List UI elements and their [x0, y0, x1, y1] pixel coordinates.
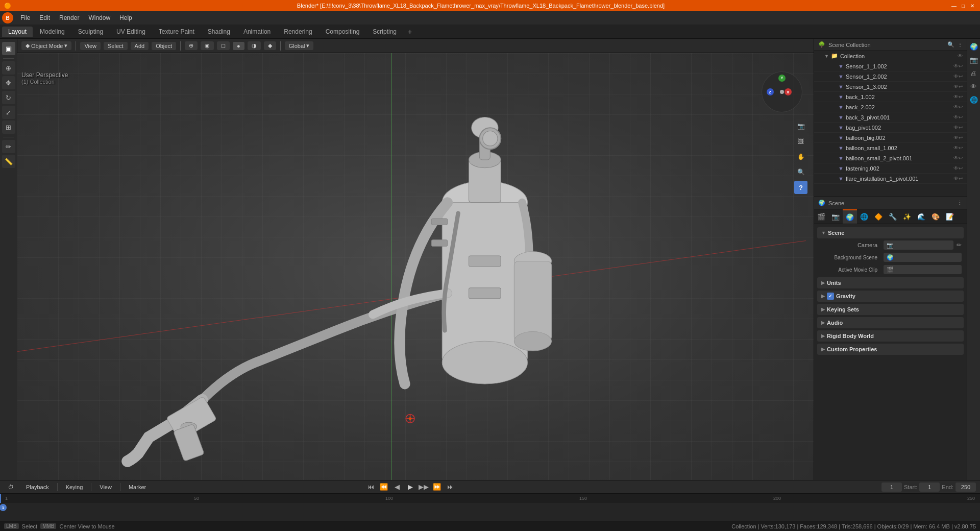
outliner-item-balloon-small1[interactable]: ▷ ▼ balloon_small_1.002 👁 ↩: [814, 143, 967, 153]
outliner-item-sensor3[interactable]: ▷ ▼ Sensor_1_3.002 👁 ↩: [814, 82, 967, 92]
add-workspace-button[interactable]: +: [404, 26, 416, 37]
tool-transform[interactable]: ⊞: [2, 120, 15, 134]
bg-scene-value[interactable]: 🌍: [884, 253, 962, 262]
props-tab-modifier[interactable]: 🔧: [886, 209, 900, 224]
menu-window[interactable]: Window: [84, 13, 114, 22]
section-scene-header[interactable]: ▼ Scene: [817, 227, 964, 238]
view-menu[interactable]: View: [80, 42, 101, 50]
viewport-search-icon[interactable]: 🔍: [794, 165, 807, 179]
vis-icon-9[interactable]: 👁: [953, 145, 959, 151]
props-menu[interactable]: ⋮: [957, 200, 963, 206]
props-tab-object[interactable]: 🔶: [871, 209, 886, 224]
mode-selector[interactable]: ◆ Object Mode ▾: [21, 41, 71, 50]
visibility-icon[interactable]: 👁: [958, 53, 963, 59]
camera-value[interactable]: 📷: [884, 240, 953, 250]
viewport-overlays[interactable]: ◉: [201, 41, 214, 50]
tab-layout[interactable]: Layout: [2, 27, 33, 37]
props-tab-particles[interactable]: ✨: [900, 209, 914, 224]
vis-icon-10[interactable]: 👁: [953, 155, 959, 161]
vis-icon-4[interactable]: 👁: [953, 94, 959, 100]
tool-cursor[interactable]: ⊕: [2, 61, 15, 75]
vis-icon-3[interactable]: 👁: [953, 84, 959, 89]
outliner-menu-icon[interactable]: ⋮: [958, 42, 963, 47]
viewport-camera-icon[interactable]: 📷: [794, 119, 807, 133]
outliner-item-balloon-big[interactable]: ▷ ▼ balloon_big.002 👁 ↩: [814, 133, 967, 143]
rs-view-icon[interactable]: 👁: [968, 81, 979, 92]
props-tab-world[interactable]: 🌐: [857, 209, 871, 224]
section-audio-header[interactable]: ▶ Audio: [817, 317, 964, 328]
outliner-item-balloon-small2[interactable]: ▷ ▼ balloon_small_2_pivot.001 👁 ↩: [814, 153, 967, 163]
rs-render-icon[interactable]: 📷: [968, 54, 979, 65]
minimize-button[interactable]: —: [950, 2, 958, 9]
section-custom-props-header[interactable]: ▶ Custom Properties: [817, 344, 964, 355]
outliner-item-fastening[interactable]: ▷ ▼ fastening.002 👁 ↩: [814, 163, 967, 174]
viewport-gizmo-toggle[interactable]: ⊕: [185, 41, 198, 50]
add-menu[interactable]: Add: [131, 42, 149, 50]
outliner-filter-icon[interactable]: 🔍: [947, 41, 954, 48]
timeline-view-menu[interactable]: View: [95, 483, 116, 491]
navigation-gizmo[interactable]: X Y Z: [762, 71, 807, 117]
tool-measure[interactable]: 📏: [2, 155, 15, 168]
viewport-shading-wire[interactable]: ◻: [217, 41, 230, 50]
section-units-header[interactable]: ▶ Units: [817, 277, 964, 288]
rs-world-icon[interactable]: 🌐: [968, 94, 979, 105]
close-button[interactable]: ✕: [969, 2, 976, 9]
sel-icon-10[interactable]: ↩: [959, 155, 963, 161]
frame-end[interactable]: 250: [955, 482, 976, 492]
jump-prev-keyframe[interactable]: ⏪: [378, 481, 389, 493]
tab-sculpting[interactable]: Sculpting: [72, 27, 109, 37]
outliner-item-bag[interactable]: ▷ ▼ bag_pivot.002 👁 ↩: [814, 123, 967, 133]
sel-icon-7[interactable]: ↩: [959, 125, 963, 130]
viewport-info-icon[interactable]: ?: [794, 181, 807, 194]
select-menu[interactable]: Select: [104, 42, 128, 50]
vis-icon-7[interactable]: 👁: [953, 125, 959, 130]
sel-icon[interactable]: ↩: [959, 63, 963, 69]
outliner-item-collection[interactable]: ▼ 📁 Collection 👁: [814, 51, 967, 61]
outliner-item-back2[interactable]: ▷ ▼ back_2.002 👁 ↩: [814, 102, 967, 112]
vis-icon-2[interactable]: 👁: [953, 74, 959, 79]
viewport-canvas[interactable]: User Perspective (1) Collection X Y Z 📷 …: [17, 53, 814, 480]
sel-icon-8[interactable]: ↩: [959, 135, 963, 140]
sel-icon-4[interactable]: ↩: [959, 94, 963, 100]
outliner-item-back1[interactable]: ▷ ▼ back_1.002 👁 ↩: [814, 92, 967, 102]
props-tab-render[interactable]: 🎬: [814, 209, 828, 224]
frame-scrubber[interactable]: 1: [0, 504, 7, 511]
tab-uv-editing[interactable]: UV Editing: [110, 27, 152, 37]
timeline-marker-menu[interactable]: Marker: [125, 483, 150, 491]
viewport-shading-render[interactable]: ◆: [264, 41, 276, 50]
nav-gizmo-z[interactable]: Z: [767, 88, 774, 95]
menu-help[interactable]: Help: [115, 13, 136, 22]
jump-next-keyframe[interactable]: ⏩: [431, 481, 443, 493]
vis-icon-6[interactable]: 👁: [953, 114, 959, 120]
outliner-item-sensor2[interactable]: ▷ ▼ Sensor_1_2.002 👁 ↩: [814, 71, 967, 82]
play-button[interactable]: ▶: [405, 481, 416, 493]
vis-icon-8[interactable]: 👁: [953, 135, 959, 140]
sel-icon-11[interactable]: ↩: [959, 165, 963, 171]
viewport-render-icon[interactable]: 🖼: [794, 135, 807, 148]
viewport-shading-material[interactable]: ◑: [248, 41, 261, 50]
frame-start[interactable]: 1: [919, 482, 940, 492]
rs-output-icon[interactable]: 🖨: [968, 67, 979, 79]
gravity-checkbox[interactable]: ✓: [827, 293, 834, 300]
tab-modeling[interactable]: Modeling: [34, 27, 71, 37]
section-gravity-header[interactable]: ▶ ✓ Gravity: [817, 291, 964, 302]
vis-icon-11[interactable]: 👁: [953, 165, 959, 171]
tool-rotate[interactable]: ↻: [2, 91, 15, 104]
vis-icon-5[interactable]: 👁: [953, 104, 959, 110]
next-frame[interactable]: ▶▶: [418, 481, 429, 493]
rs-scene-icon[interactable]: 🌍: [968, 41, 979, 52]
tab-shading[interactable]: Shading: [202, 27, 236, 37]
movie-clip-value[interactable]: 🎬: [884, 265, 962, 274]
tool-scale[interactable]: ⤢: [2, 106, 15, 119]
sel-icon-9[interactable]: ↩: [959, 145, 963, 151]
section-keying-sets-header[interactable]: ▶ Keying Sets: [817, 304, 964, 315]
jump-to-end[interactable]: ⏭: [445, 481, 456, 493]
vis-icon[interactable]: 👁: [953, 63, 959, 69]
section-rigid-body-header[interactable]: ▶ Rigid Body World: [817, 330, 964, 342]
tab-rendering[interactable]: Rendering: [278, 27, 318, 37]
outliner-item-sensor1[interactable]: ▷ ▼ Sensor_1_1.002 👁 ↩: [814, 61, 967, 71]
maximize-button[interactable]: □: [960, 2, 967, 9]
props-tab-physics[interactable]: 🌊: [914, 209, 928, 224]
menu-render[interactable]: Render: [55, 13, 83, 22]
sel-icon-5[interactable]: ↩: [959, 104, 963, 110]
